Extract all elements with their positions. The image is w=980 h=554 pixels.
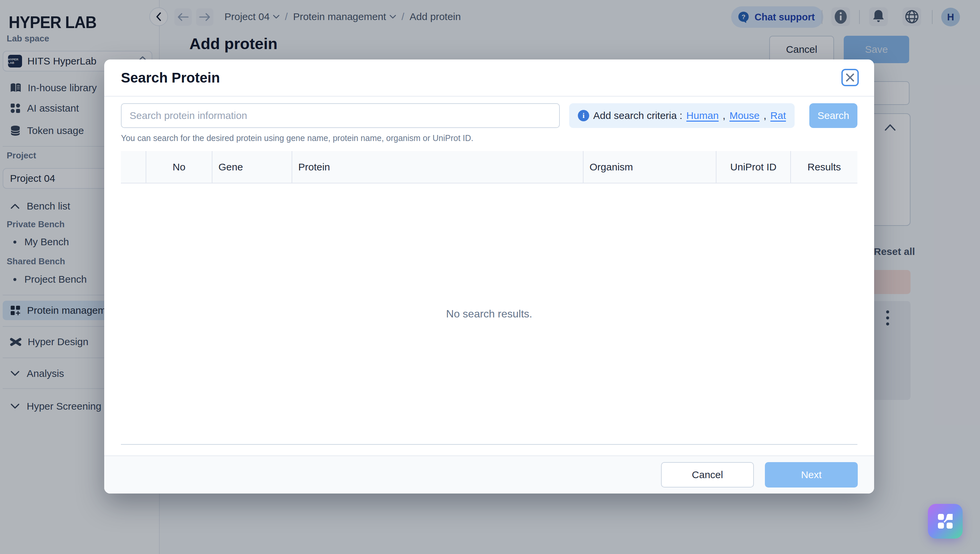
modal-close-button[interactable]	[842, 69, 859, 86]
table-header-row: No Gene Protein Organism UniProt ID Resu…	[121, 151, 858, 183]
criteria-separator: ,	[764, 110, 766, 121]
search-input[interactable]	[121, 103, 560, 128]
search-protein-modal: Search Protein i Add search criteria : H…	[104, 59, 874, 494]
search-row: i Add search criteria : Human , Mouse , …	[121, 103, 858, 128]
modal-next-button[interactable]: Next	[765, 462, 858, 487]
no-results-message: No search results.	[446, 308, 533, 320]
modal-footer: Cancel Next	[104, 455, 874, 494]
column-results: Results	[791, 151, 858, 183]
criteria-link-human[interactable]: Human	[686, 110, 719, 121]
modal-cancel-button[interactable]: Cancel	[661, 462, 754, 487]
modal-title: Search Protein	[121, 70, 220, 86]
criteria-separator: ,	[723, 110, 725, 121]
info-icon: i	[578, 110, 589, 121]
modal-header: Search Protein	[104, 59, 874, 97]
column-protein: Protein	[292, 151, 584, 183]
modal-body: i Add search criteria : Human , Mouse , …	[104, 97, 874, 445]
floating-widget-button[interactable]	[928, 504, 963, 539]
search-button[interactable]: Search	[809, 103, 858, 128]
table-empty-state: No search results.	[121, 183, 858, 445]
results-table: No Gene Protein Organism UniProt ID Resu…	[121, 151, 858, 445]
criteria-link-rat[interactable]: Rat	[770, 110, 786, 121]
column-no: No	[146, 151, 212, 183]
criteria-prefix: Add search criteria :	[593, 110, 682, 121]
column-organism: Organism	[584, 151, 716, 183]
search-criteria-pill: i Add search criteria : Human , Mouse , …	[569, 103, 795, 128]
search-helper-text: You can search for the desired protein u…	[121, 133, 858, 143]
app-screen: HYPER LAB Lab space HYPER LAB HITS Hyper…	[0, 0, 980, 554]
column-select	[121, 151, 146, 183]
close-icon	[845, 73, 855, 82]
column-gene: Gene	[212, 151, 292, 183]
widget-grid-icon	[936, 512, 955, 531]
column-uniprot-id: UniProt ID	[716, 151, 791, 183]
criteria-link-mouse[interactable]: Mouse	[730, 110, 760, 121]
